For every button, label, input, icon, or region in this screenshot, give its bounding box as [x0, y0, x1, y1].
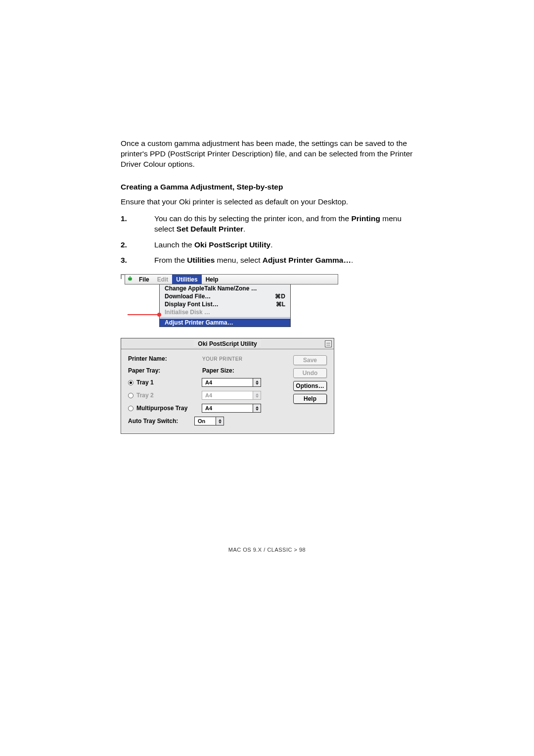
- oki-postscript-utility-window: Oki PostScript Utility Printer Name: YOU…: [121, 338, 334, 434]
- radio-mptray[interactable]: [128, 406, 134, 411]
- auto-tray-switch-row: Auto Tray Switch: On: [128, 417, 327, 425]
- paper-tray-label: Paper Tray:: [128, 367, 202, 374]
- subheading: Creating a Gamma Adjustment, Step-by-ste…: [121, 183, 413, 191]
- chevron-updown-icon: [253, 404, 261, 412]
- utilities-dropdown: Change AppleTalk Name/Zone … Download Fi…: [159, 284, 291, 327]
- text: Launch the: [154, 240, 194, 249]
- step-number: 2.: [121, 239, 154, 250]
- text: You can do this by selecting the printer…: [154, 214, 351, 223]
- bold-text: Set Default Printer: [177, 225, 243, 233]
- menu-utilities[interactable]: Utilities: [172, 275, 201, 284]
- menu-label: Initialise Disk …: [165, 309, 210, 316]
- mptray-label: Multipurpose Tray: [136, 405, 202, 412]
- step-number: 1.: [121, 213, 154, 235]
- step-3: 3. From the Utilities menu, select Adjus…: [121, 255, 413, 265]
- save-button: Save: [293, 355, 327, 365]
- window-body: Printer Name: YOUR PRINTER Paper Tray: P…: [121, 349, 334, 433]
- menu-item-adjust-printer-gamma[interactable]: Adjust Printer Gamma…: [160, 319, 290, 327]
- menubar-screenshot: File Edit Utilities Help Change AppleTal…: [121, 274, 338, 327]
- callout-line: [128, 314, 158, 315]
- step-text: From the Utilities menu, select Adjust P…: [154, 255, 413, 265]
- tray-row-mp: Multipurpose Tray A4: [128, 404, 327, 413]
- select-value: A4: [202, 405, 253, 411]
- undo-button: Undo: [293, 368, 327, 378]
- menu-label: Download File…: [165, 293, 211, 300]
- step-list: 1. You can do this by selecting the prin…: [121, 213, 413, 266]
- ensure-text: Ensure that your Oki printer is selected…: [121, 197, 413, 206]
- bold-text: Utilities: [187, 256, 215, 264]
- window-titlebar[interactable]: Oki PostScript Utility: [121, 338, 334, 349]
- chevron-updown-icon: [253, 391, 261, 399]
- help-button[interactable]: Help: [293, 394, 327, 404]
- menu-file[interactable]: File: [135, 276, 153, 283]
- menu-label: Adjust Printer Gamma…: [165, 319, 233, 326]
- menu-item-display-font-list[interactable]: Display Font List…⌘L: [160, 300, 290, 308]
- side-buttons: Save Undo Options… Help: [293, 355, 327, 404]
- shortcut: ⌘L: [276, 301, 285, 308]
- bold-text: Oki PostScript Utility: [194, 240, 270, 249]
- menu-label: Display Font List…: [165, 301, 219, 308]
- options-button[interactable]: Options…: [293, 381, 327, 391]
- text: menu, select: [215, 256, 263, 264]
- shortcut: ⌘D: [275, 293, 285, 300]
- step-text: You can do this by selecting the printer…: [154, 213, 413, 235]
- select-value: A4: [202, 392, 253, 398]
- text: .: [270, 240, 272, 249]
- menu-edit[interactable]: Edit: [153, 276, 173, 283]
- text: .: [351, 256, 353, 264]
- step-1: 1. You can do this by selecting the prin…: [121, 213, 413, 235]
- radio-tray2[interactable]: [128, 393, 134, 398]
- paper-size-select-mptray[interactable]: A4: [202, 404, 261, 413]
- auto-tray-switch-select[interactable]: On: [194, 417, 224, 425]
- menu-item-initialise-disk: Initialise Disk …: [160, 308, 290, 316]
- printer-name-label: Printer Name:: [128, 355, 202, 362]
- step-number: 3.: [121, 255, 154, 265]
- menu-item-download-file[interactable]: Download File…⌘D: [160, 292, 290, 300]
- step-text: Launch the Oki PostScript Utility.: [154, 239, 413, 250]
- step-2: 2. Launch the Oki PostScript Utility.: [121, 239, 413, 250]
- chevron-updown-icon: [253, 378, 261, 386]
- collapse-button[interactable]: [325, 340, 332, 347]
- tray2-label: Tray 2: [136, 392, 202, 399]
- menu-divider: [160, 317, 290, 318]
- menu-help[interactable]: Help: [202, 276, 222, 283]
- tray1-label: Tray 1: [136, 379, 202, 386]
- menu-item-change-appletalk[interactable]: Change AppleTalk Name/Zone …: [160, 284, 290, 292]
- window-title: Oki PostScript Utility: [194, 340, 261, 347]
- paper-size-label: Paper Size:: [202, 367, 234, 374]
- chevron-updown-icon: [216, 417, 223, 425]
- intro-paragraph: Once a custom gamma adjustment has been …: [121, 139, 413, 170]
- bold-text: Printing: [351, 214, 380, 223]
- printer-name-value: YOUR PRINTER: [202, 356, 243, 362]
- apple-menu-icon[interactable]: [125, 276, 135, 283]
- menubar: File Edit Utilities Help: [125, 274, 338, 284]
- radio-tray1[interactable]: [128, 380, 134, 385]
- text: .: [243, 225, 245, 233]
- paper-size-select-tray2: A4: [202, 391, 261, 400]
- bold-text: Adjust Printer Gamma…: [263, 256, 351, 264]
- select-value: A4: [202, 379, 253, 385]
- menu-label: Change AppleTalk Name/Zone …: [165, 285, 257, 292]
- paper-size-select-tray1[interactable]: A4: [202, 378, 261, 387]
- screen-corner: [121, 274, 126, 279]
- page-footer: MAC OS 9.X / CLASSIC > 98: [0, 547, 534, 553]
- select-value: On: [195, 418, 216, 424]
- text: From the: [154, 256, 187, 264]
- auto-tray-switch-label: Auto Tray Switch:: [128, 418, 194, 425]
